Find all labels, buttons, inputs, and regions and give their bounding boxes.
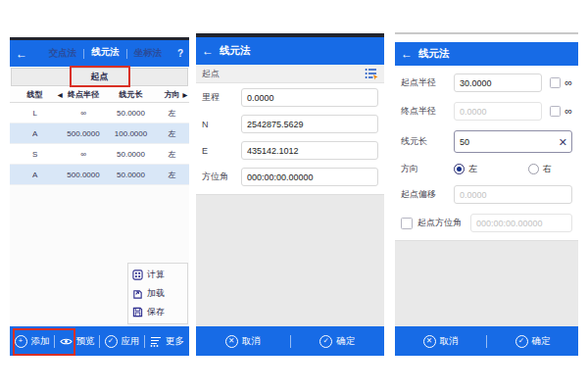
- element-form-bottom-bar: ✕ 取消 ✓ 确定: [395, 326, 578, 356]
- ok-icon: ✓: [515, 335, 528, 348]
- add-label: 添加: [31, 335, 50, 348]
- cell-line-type: S: [10, 150, 60, 159]
- azimuth-input[interactable]: [241, 168, 378, 186]
- field-row-end-radius: 终点半径 ∞: [401, 102, 572, 121]
- table-header: 线型 终点半径 线元长 方向 ◀ ▶: [10, 87, 189, 103]
- infinity-icon: ∞: [564, 106, 572, 117]
- start-point-section-bar: 起点: [196, 65, 384, 83]
- cancel-icon: ✕: [423, 335, 436, 348]
- menu-item-load[interactable]: 加载: [132, 287, 183, 300]
- table-row[interactable]: A 500.0000 100.0000 左: [10, 123, 189, 144]
- col-element-length: 线元长: [107, 89, 155, 100]
- start-radius-input[interactable]: [454, 74, 542, 92]
- add-button[interactable]: + 添加: [10, 326, 54, 356]
- end-radius-label: 终点半径: [401, 105, 454, 118]
- tab-divider: [126, 49, 127, 59]
- start-point-button[interactable]: 起点: [11, 68, 188, 86]
- menu-item-calculate[interactable]: 计算: [132, 269, 183, 281]
- start-radius-label: 起点半径: [401, 76, 454, 89]
- direction-radio-group: 左 右: [454, 163, 572, 175]
- clear-icon[interactable]: ✕: [559, 136, 567, 147]
- more-button[interactable]: 更多: [145, 326, 189, 356]
- table-row[interactable]: L ∞ 50.0000 左: [10, 103, 189, 123]
- tab-intersection-method[interactable]: 交点法: [46, 40, 80, 67]
- scroll-right-icon[interactable]: ▶: [182, 91, 187, 98]
- radio-unselected-icon: [528, 164, 539, 174]
- infinity-checkbox[interactable]: [550, 77, 561, 88]
- cell-direction: 左: [155, 128, 189, 139]
- panel-element-form: ← 线元法 起点半径 ∞ 终点半径 ∞ 线元长 ✕: [395, 32, 578, 356]
- col-end-radius: 终点半径: [60, 89, 107, 100]
- panel-element-list: ← 交点法 线元法 坐标法 ? 起点 线型 终点半径 线元长 方向 ◀ ▶ L …: [10, 37, 189, 356]
- direction-right-option[interactable]: 右: [528, 163, 552, 175]
- ok-icon: ✓: [319, 335, 332, 348]
- cancel-button[interactable]: ✕ 取消: [395, 326, 486, 356]
- azimuth-enable-checkbox[interactable]: [401, 218, 413, 229]
- cell-line-type: L: [10, 109, 60, 118]
- method-tabs: 交点法 线元法 坐标法: [33, 40, 177, 67]
- cell-element-length: 50.0000: [107, 109, 155, 118]
- field-row-direction: 方向 左 右: [401, 163, 572, 175]
- field-row-offset: 起点偏移: [401, 185, 572, 204]
- apply-icon: ✓: [105, 335, 118, 348]
- ok-button[interactable]: ✓ 确定: [291, 326, 385, 356]
- mileage-input[interactable]: [241, 88, 378, 107]
- scroll-left-icon[interactable]: ◀: [58, 91, 63, 98]
- tab-line-element-method[interactable]: 线元法: [88, 39, 122, 68]
- back-icon[interactable]: ←: [16, 48, 27, 60]
- table-row[interactable]: S ∞ 50.0000 左: [10, 144, 189, 165]
- empty-area: [395, 240, 578, 326]
- preview-icon: [60, 337, 73, 346]
- cell-direction: 左: [155, 149, 189, 160]
- cell-end-radius: 500.0000: [60, 129, 107, 138]
- field-row-e: E: [202, 141, 378, 160]
- overflow-menu: 计算 加载 保存: [127, 263, 188, 324]
- back-icon[interactable]: ←: [401, 48, 413, 60]
- section-title: 起点: [202, 68, 220, 80]
- cell-line-type: A: [10, 171, 60, 179]
- cell-end-radius: ∞: [60, 109, 107, 118]
- length-label: 线元长: [401, 135, 454, 148]
- calculate-icon: [132, 270, 143, 280]
- infinity-checkbox[interactable]: [550, 106, 561, 117]
- ok-button[interactable]: ✓ 确定: [487, 326, 578, 356]
- ok-label: 确定: [532, 335, 551, 348]
- start-form-fields: 里程 N E 方位角: [196, 83, 384, 194]
- menu-label: 计算: [147, 269, 165, 281]
- field-row-start-azimuth: 起点方位角: [401, 214, 572, 232]
- page-title: 线元法: [418, 47, 450, 61]
- table-row[interactable]: A 500.0000 50.0000 左: [10, 165, 189, 185]
- apply-label: 应用: [122, 335, 140, 348]
- infinity-icon: ∞: [564, 77, 572, 88]
- help-icon[interactable]: ?: [177, 48, 183, 59]
- empty-area: [196, 194, 384, 326]
- cancel-button[interactable]: ✕ 取消: [196, 326, 290, 356]
- tab-coordinate-method[interactable]: 坐标法: [131, 40, 166, 67]
- field-row-start-radius: 起点半径 ∞: [401, 74, 572, 92]
- direction-left-option[interactable]: 左: [454, 163, 477, 175]
- direction-label: 方向: [401, 163, 454, 175]
- cell-element-length: 50.0000: [107, 171, 155, 179]
- start-azimuth-input[interactable]: [470, 214, 572, 232]
- offset-input[interactable]: [454, 185, 572, 204]
- apply-button[interactable]: ✓ 应用: [100, 326, 144, 356]
- n-coordinate-input[interactable]: [241, 115, 378, 133]
- e-coordinate-input[interactable]: [241, 141, 378, 160]
- list-bottom-bar: + 添加 预览 ✓ 应用 更多: [10, 326, 189, 356]
- start-point-row: 起点: [10, 67, 189, 87]
- preview-button[interactable]: 预览: [55, 326, 99, 356]
- mileage-label: 里程: [202, 91, 241, 104]
- azimuth-label: 方位角: [202, 171, 241, 183]
- list-header: ← 交点法 线元法 坐标法 ?: [10, 40, 189, 67]
- element-form-fields: 起点半径 ∞ 终点半径 ∞ 线元长 ✕ 方向: [395, 66, 578, 240]
- start-form-header: ← 线元法: [196, 37, 384, 65]
- radio-selected-icon: [454, 164, 465, 174]
- back-icon[interactable]: ←: [202, 45, 214, 57]
- pick-from-list-icon[interactable]: [365, 68, 378, 80]
- field-row-azimuth: 方位角: [202, 168, 378, 186]
- cell-element-length: 100.0000: [107, 129, 155, 138]
- save-icon: [132, 307, 143, 318]
- menu-item-save[interactable]: 保存: [132, 306, 183, 318]
- length-input[interactable]: [454, 130, 572, 153]
- end-radius-input[interactable]: [454, 102, 542, 121]
